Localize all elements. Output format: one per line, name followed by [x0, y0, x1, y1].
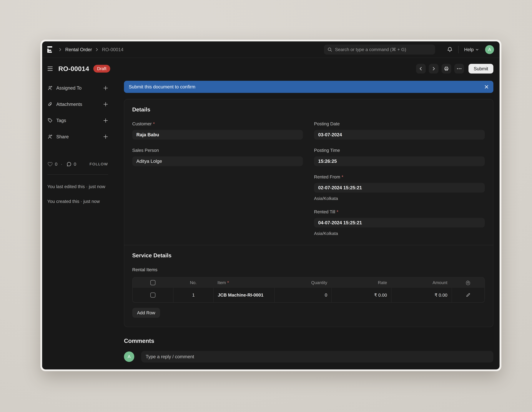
user-avatar[interactable]: A	[485, 45, 494, 54]
breadcrumb: Rental Order RO-00014	[58, 47, 124, 52]
breadcrumb-current: RO-00014	[102, 47, 124, 52]
rental-items-table: No. Item * Quantity Rate Amount	[132, 277, 485, 303]
sidebar-item-label: Share	[56, 134, 103, 139]
rented-from-field[interactable]: 02-07-2024 15:25:21	[314, 183, 485, 192]
field-label-text: Rented Till	[314, 209, 335, 214]
details-section-title: Details	[132, 106, 485, 113]
previous-document-button[interactable]	[416, 64, 426, 74]
comment-bubble-icon[interactable]	[66, 162, 72, 167]
required-marker: *	[227, 280, 229, 285]
details-section: Details Customer * Raja Babu	[124, 99, 493, 245]
comment-avatar: A	[124, 352, 134, 362]
banner-message: Submit this document to confirm	[129, 84, 484, 89]
row-amount-cell[interactable]: ₹ 0.00	[391, 288, 452, 302]
rented-from-timezone: Asia/Kolkata	[314, 196, 485, 201]
comment-input[interactable]	[141, 351, 493, 363]
column-header-amount: Amount	[391, 280, 452, 285]
add-share-icon[interactable]	[103, 134, 108, 139]
rented-till-field-group: Rented Till * 04-07-2024 15:25:21 Asia/K…	[314, 209, 485, 236]
rented-from-field-group: Rented From * 02-07-2024 15:25:21 Asia/K…	[314, 174, 485, 201]
close-icon[interactable]	[484, 85, 489, 89]
sidebar-item-attachments[interactable]: Attachments	[47, 102, 108, 107]
sidebar-item-share[interactable]: Share	[47, 134, 108, 140]
chevron-down-icon	[475, 48, 479, 51]
sidebar-item-label: Tags	[56, 118, 103, 123]
edit-pencil-icon[interactable]	[466, 293, 471, 297]
table-header-row: No. Item * Quantity Rate Amount	[133, 278, 484, 288]
field-label-text: Posting Date	[314, 121, 340, 126]
column-header-text: Item	[218, 280, 226, 285]
tag-icon	[47, 118, 53, 123]
rented-from-label: Rented From *	[314, 174, 485, 180]
submit-alert-banner: Submit this document to confirm	[124, 81, 493, 93]
search-input[interactable]	[335, 47, 432, 52]
avatar-initial: A	[488, 47, 491, 52]
help-menu[interactable]: Help	[464, 47, 479, 52]
service-details-section: Service Details Rental Items No. Item	[124, 245, 493, 327]
follow-button[interactable]: FOLLOW	[90, 162, 108, 166]
content-area: Assigned To Attachments	[42, 74, 500, 369]
help-label: Help	[464, 47, 474, 52]
row-checkbox[interactable]	[150, 293, 156, 298]
status-badge: Draft	[93, 65, 110, 73]
add-assignment-icon[interactable]	[103, 86, 108, 90]
document-sidebar: Assigned To Attachments	[47, 81, 108, 213]
select-all-checkbox[interactable]	[150, 280, 156, 285]
desktop-background: Rental Order RO-00014	[0, 0, 532, 412]
sales-person-field-group: Sales Person Aditya Lolge	[132, 148, 303, 166]
rental-items-label: Rental Items	[132, 267, 485, 272]
field-label-text: Rented From	[314, 174, 340, 180]
row-rate-cell[interactable]: ₹ 0.00	[332, 288, 391, 302]
document-header: RO-00014 Draft Submit	[42, 58, 500, 74]
print-button[interactable]	[442, 64, 451, 74]
notifications-bell-icon[interactable]	[447, 47, 453, 52]
next-document-button[interactable]	[429, 64, 438, 74]
submit-button[interactable]: Submit	[468, 64, 493, 74]
topbar-divider	[458, 46, 459, 53]
app-logo-icon[interactable]	[47, 46, 53, 53]
form-panel: Details Customer * Raja Babu	[124, 99, 493, 327]
row-item-cell[interactable]: JCB Machine-RI-0001	[213, 288, 275, 302]
more-options-button[interactable]	[454, 64, 464, 74]
row-quantity-cell[interactable]: 0	[275, 288, 331, 302]
row-number-cell: 1	[173, 288, 213, 302]
posting-time-field[interactable]: 15:26:25	[314, 156, 485, 166]
posting-date-label: Posting Date	[314, 121, 485, 126]
avatar-initial: A	[128, 354, 131, 359]
rented-till-label: Rented Till *	[314, 209, 485, 214]
add-row-button[interactable]: Add Row	[132, 308, 160, 318]
rented-till-field[interactable]: 04-07-2024 15:25:21	[314, 218, 485, 228]
add-attachment-icon[interactable]	[103, 102, 108, 107]
customer-label: Customer *	[132, 121, 303, 126]
gear-icon[interactable]	[466, 280, 470, 285]
global-search[interactable]	[324, 45, 435, 55]
sidebar-item-assigned-to[interactable]: Assigned To	[47, 85, 108, 91]
form-main: Submit this document to confirm Details	[124, 81, 493, 369]
heart-icon[interactable]	[47, 162, 53, 167]
assign-user-icon	[47, 85, 53, 91]
comment-count: 0	[74, 162, 76, 167]
dot-separator: ·	[61, 162, 62, 167]
sidebar-item-label: Attachments	[56, 102, 103, 107]
customer-field[interactable]: Raja Babu	[132, 130, 303, 140]
breadcrumb-rental-order[interactable]: Rental Order	[65, 47, 92, 52]
posting-time-label: Posting Time	[314, 148, 485, 153]
sidebar-toggle-icon[interactable]	[47, 66, 53, 71]
service-section-title: Service Details	[132, 252, 485, 259]
created-text: You created this · just now	[47, 198, 108, 205]
comments-section: Comments A	[124, 337, 493, 369]
sidebar-item-tags[interactable]: Tags	[47, 118, 108, 123]
posting-date-field[interactable]: 03-07-2024	[314, 130, 485, 140]
paperclip-icon	[47, 102, 53, 107]
details-left-column: Customer * Raja Babu Sales Person	[132, 121, 303, 236]
page-title: RO-00014	[58, 65, 89, 72]
app-window: Rental Order RO-00014	[40, 40, 501, 371]
add-tag-icon[interactable]	[103, 118, 108, 123]
comment-composer: A	[124, 351, 493, 363]
column-header-rate: Rate	[332, 280, 391, 285]
column-header-no: No.	[173, 280, 213, 285]
sales-person-field[interactable]: Aditya Lolge	[132, 156, 303, 166]
field-label-text: Posting Time	[314, 148, 340, 153]
table-row[interactable]: 1 JCB Machine-RI-0001 0 ₹ 0.00 ₹ 0.00	[133, 288, 484, 302]
required-marker: *	[337, 209, 338, 214]
